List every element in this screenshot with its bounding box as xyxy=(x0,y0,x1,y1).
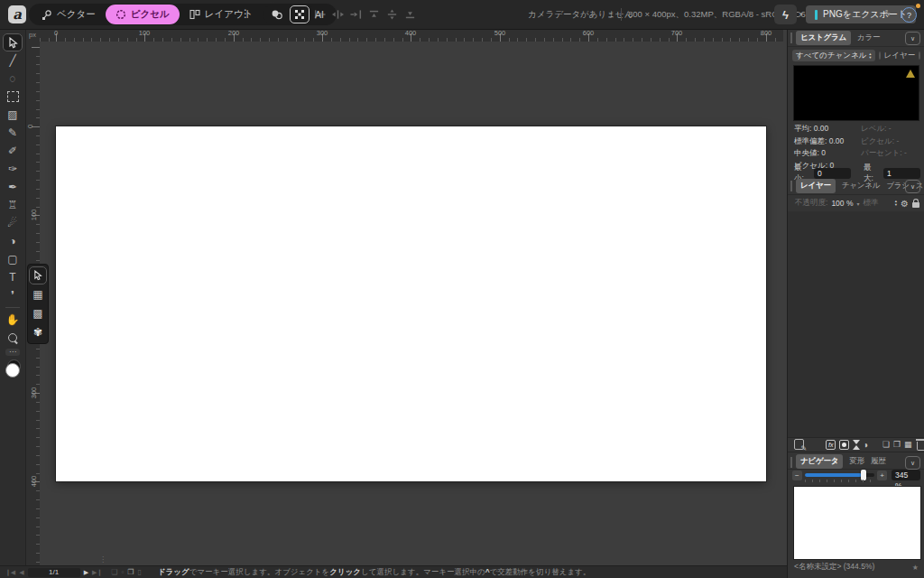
view-hand-tool[interactable]: ✋ xyxy=(3,311,23,329)
layers-panel-menu-icon[interactable]: ∨ xyxy=(905,180,920,193)
channel-select[interactable]: すべてのチャンネル ▴▾ xyxy=(792,50,875,61)
persona-overflow-icon[interactable]: ⋮ xyxy=(240,7,251,20)
align-middle-icon[interactable] xyxy=(386,9,398,20)
tab-navigator[interactable]: ナビゲータ xyxy=(796,454,843,469)
auto-correction-icon[interactable] xyxy=(268,6,286,23)
layer-settings-gear-icon[interactable]: ⚙ xyxy=(901,199,909,209)
blend-mode-value[interactable]: 標準 xyxy=(864,198,879,209)
align-left-icon[interactable] xyxy=(314,9,326,20)
histogram-panel-menu-icon[interactable]: ∨ xyxy=(905,32,920,45)
clipboard-icon[interactable]: ▯ xyxy=(137,568,141,576)
liquify-tool[interactable]: ✾ xyxy=(29,323,47,341)
tab-color[interactable]: カラー xyxy=(857,33,880,43)
delete-layer-icon[interactable] xyxy=(917,442,924,451)
assistant-dropdown-icon[interactable]: ▾ xyxy=(799,11,803,18)
marquee-icon xyxy=(7,91,19,102)
move-tool[interactable] xyxy=(3,33,23,51)
duplicate-icon[interactable]: ❐ xyxy=(127,568,134,576)
persona-vector[interactable]: ベクター xyxy=(32,5,106,24)
mesh-warp-tool[interactable]: ▦ xyxy=(29,285,47,303)
colour-replacement-brush-tool[interactable]: ✑ xyxy=(3,160,23,178)
colour-swatches[interactable] xyxy=(5,359,21,376)
affinity-logo[interactable]: a xyxy=(8,5,26,23)
perspective-tool[interactable]: ▩ xyxy=(29,304,47,322)
scrollbar-handle-icon[interactable]: ⋮ xyxy=(99,555,106,564)
document-page[interactable] xyxy=(56,126,766,481)
mask-layer-icon[interactable] xyxy=(839,440,848,450)
stat-stddev: 標準偏差: 0.00 xyxy=(794,136,861,147)
dodge-burn-tool[interactable]: ◑ xyxy=(3,232,23,250)
selection-brush-tool[interactable]: ◌ xyxy=(3,70,23,88)
ruler-unit[interactable]: px xyxy=(25,29,40,42)
help-button[interactable]: ? xyxy=(901,7,917,23)
zoom-in-button[interactable]: + xyxy=(877,471,887,480)
layer-checkbox[interactable] xyxy=(879,51,881,60)
snapping-toggle-icon[interactable] xyxy=(290,5,310,23)
live-filter-icon[interactable] xyxy=(853,440,859,450)
first-page-icon[interactable]: ❙◀ xyxy=(5,569,15,576)
smudge-tool[interactable]: ☄ xyxy=(3,214,23,232)
crop-tool[interactable]: ╱ xyxy=(3,51,23,70)
clone-stamp-tool[interactable]: ♖ xyxy=(3,196,23,214)
align-right-icon[interactable] xyxy=(350,9,362,20)
marquee-select-tool[interactable] xyxy=(3,88,23,106)
blend-ranges-icon[interactable]: ▦ xyxy=(904,440,912,449)
horizontal-ruler[interactable]: 0 100 200 300 400 500 600 700 800 xyxy=(40,29,783,42)
blend-stepper-icon[interactable]: ▴▾ xyxy=(895,200,897,207)
histogram-warning-icon[interactable] xyxy=(906,70,915,78)
layers-list[interactable] xyxy=(788,211,924,438)
opacity-value[interactable]: 100 % xyxy=(831,199,853,208)
adjustment-layer-icon[interactable]: ◑ xyxy=(863,440,868,450)
export-png-button[interactable]: PNGをエクスポート xyxy=(806,5,916,23)
top-toolbar: a ベクター ピクセル レイアウト ✦ Canva AI ⋮ xyxy=(0,0,924,30)
flyout-move-tool[interactable] xyxy=(29,266,47,284)
tab-histogram[interactable]: ヒストグラム xyxy=(796,31,851,45)
alignment-tools xyxy=(314,9,416,20)
prev-page-icon[interactable]: ◀ xyxy=(19,569,23,576)
tab-layers[interactable]: レイヤー xyxy=(796,179,836,193)
opacity-dropdown-icon[interactable]: ▾ xyxy=(856,200,859,207)
align-center-icon[interactable] xyxy=(332,9,344,20)
tab-transform[interactable]: 変形 xyxy=(849,456,864,467)
navigator-panel-menu-icon[interactable]: ∨ xyxy=(905,456,920,470)
tab-history[interactable]: 履歴 xyxy=(871,456,886,467)
persona-pixel[interactable]: ピクセル xyxy=(106,5,180,24)
marquee-checkbox[interactable] xyxy=(919,51,920,60)
stat-level: レベル: - xyxy=(861,124,907,135)
shape-tool[interactable]: ▢ xyxy=(3,250,23,268)
colour-picker-tool[interactable]: ❜ xyxy=(3,286,23,304)
edit-all-layers-icon[interactable] xyxy=(794,439,804,450)
zoom-control-row: − + 345 % xyxy=(788,470,924,480)
zoom-slider[interactable] xyxy=(805,473,874,477)
paint-brush-tool[interactable]: ▨ xyxy=(3,106,23,124)
histogram-display[interactable] xyxy=(793,65,919,121)
snapshot-icon[interactable]: ❏ xyxy=(111,568,117,576)
tab-channels[interactable]: チャンネル xyxy=(842,181,881,191)
last-page-icon[interactable]: ▶❙ xyxy=(92,569,102,576)
zoom-out-button[interactable]: − xyxy=(792,471,802,480)
notification-dot xyxy=(916,4,920,8)
assistant-button[interactable]: ϟ xyxy=(774,5,797,24)
align-bottom-icon[interactable] xyxy=(404,9,416,20)
tools-toolbar: ╱ ◌ ▨ ✎ ✐ ✑ ✒ ♖ ☄ ◑ ▢ T ❜ ✋ ⋯ xyxy=(0,29,26,565)
navigator-preview[interactable] xyxy=(793,486,921,560)
align-top-icon[interactable] xyxy=(368,9,380,20)
layer-lock-icon[interactable] xyxy=(912,202,919,208)
next-page-icon[interactable]: ▶ xyxy=(84,569,88,576)
new-group-icon[interactable]: ❐ xyxy=(893,440,901,449)
layer-effects-icon[interactable]: fx xyxy=(826,440,836,450)
zoom-value-field[interactable]: 345 % xyxy=(892,470,920,480)
pixel-pencil-tool[interactable]: ✐ xyxy=(3,142,23,160)
pixel-pen-tool[interactable]: ✎ xyxy=(3,124,23,142)
slice-icon[interactable]: ▫ xyxy=(121,568,124,576)
favorite-star-icon[interactable]: ★ xyxy=(912,564,919,572)
export-dropdown-icon[interactable]: ▾ xyxy=(887,11,891,18)
tool-hint: ドラッグでマーキー選択します。オブジェクトをクリックして選択します。マーキー選択… xyxy=(158,567,590,578)
text-tool[interactable]: T xyxy=(3,268,23,286)
ink-brush-tool[interactable]: ✒ xyxy=(3,178,23,196)
primary-colour-swatch[interactable] xyxy=(5,363,20,378)
zoom-tool[interactable] xyxy=(3,329,23,347)
page-indicator[interactable]: 1/1 xyxy=(28,568,80,577)
new-pixel-layer-icon[interactable]: ❏ xyxy=(882,440,890,449)
more-tools-button[interactable]: ⋯ xyxy=(5,349,20,356)
